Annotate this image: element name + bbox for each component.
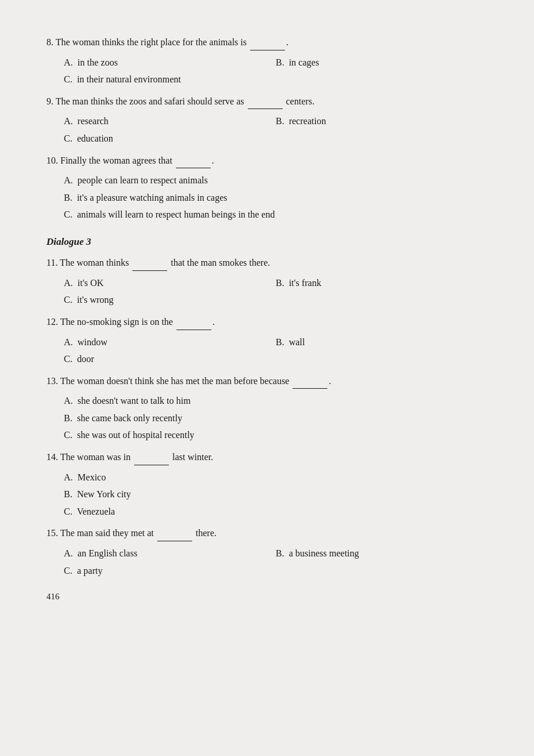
question-12-options: A. window B. wall C. door (64, 334, 488, 368)
option-10a: A. people can learn to respect animals (64, 172, 488, 189)
question-15-options: A. an English class B. a business meetin… (64, 545, 488, 579)
option-13b: B. she came back only recently (64, 410, 488, 427)
question-11: 11. The woman thinks that the man smokes… (46, 255, 488, 309)
question-11-text: 11. The woman thinks that the man smokes… (46, 255, 488, 271)
blank-9 (248, 94, 283, 110)
option-9c: C. education (64, 130, 488, 147)
option-15b: B. a business meeting (276, 545, 488, 562)
blank-14 (134, 450, 169, 465)
option-8c: C. in their natural environment (64, 71, 488, 88)
option-12a: A. window (64, 334, 276, 351)
option-12c: C. door (64, 350, 488, 368)
option-8a: A. in the zoos (64, 54, 276, 71)
question-9: 9. The man thinks the zoos and safari sh… (46, 94, 488, 147)
page-number: 416 (46, 589, 488, 603)
question-13: 13. The woman doesn't think she has met … (46, 374, 488, 444)
blank-11 (132, 255, 167, 271)
question-15: 15. The man said they met at there. A. a… (46, 526, 488, 579)
option-15c: C. a party (64, 562, 488, 580)
question-8-text: 8. The woman thinks the right place for … (46, 35, 488, 50)
dialogue-3-header: Dialogue 3 (46, 234, 488, 249)
question-10: 10. Finally the woman agrees that . A. p… (46, 153, 488, 223)
option-11b: B. it's frank (276, 274, 488, 292)
question-10-options: A. people can learn to respect animals B… (64, 172, 488, 223)
question-14-options: A. Mexico B. New York city C. Venezuela (64, 469, 488, 520)
option-14b: B. New York city (64, 486, 488, 503)
option-11c: C. it's wrong (64, 291, 488, 309)
question-15-text: 15. The man said they met at there. (46, 526, 488, 541)
option-11a: A. it's OK (64, 274, 276, 292)
blank-12 (176, 314, 211, 330)
blank-13 (293, 374, 327, 389)
blank-15 (157, 526, 192, 541)
option-15a: A. an English class (64, 545, 276, 562)
option-13c: C. she was out of hospital recently (64, 426, 488, 444)
blank-8 (250, 35, 285, 50)
option-9b: B. recreation (276, 113, 488, 130)
question-8-options: A. in the zoos B. in cages C. in their n… (64, 54, 488, 88)
option-10c: C. animals will learn to respect human b… (64, 206, 488, 223)
question-13-text: 13. The woman doesn't think she has met … (46, 374, 488, 389)
option-14c: C. Venezuela (64, 503, 488, 520)
blank-10 (176, 153, 211, 169)
option-13a: A. she doesn't want to talk to him (64, 392, 488, 410)
question-11-options: A. it's OK B. it's frank C. it's wrong (64, 274, 488, 309)
option-8b: B. in cages (276, 54, 488, 71)
question-9-text: 9. The man thinks the zoos and safari sh… (46, 94, 488, 110)
question-12: 12. The no-smoking sign is on the . A. w… (46, 314, 488, 368)
option-12b: B. wall (276, 334, 488, 351)
question-14: 14. The woman was in last winter. A. Mex… (46, 450, 488, 520)
option-14a: A. Mexico (64, 469, 488, 486)
question-9-options: A. research B. recreation C. education (64, 113, 488, 147)
question-13-options: A. she doesn't want to talk to him B. sh… (64, 392, 488, 444)
option-10b: B. it's a pleasure watching animals in c… (64, 189, 488, 207)
question-12-text: 12. The no-smoking sign is on the . (46, 314, 488, 330)
question-8: 8. The woman thinks the right place for … (46, 35, 488, 88)
question-14-text: 14. The woman was in last winter. (46, 450, 488, 465)
question-10-text: 10. Finally the woman agrees that . (46, 153, 488, 169)
option-9a: A. research (64, 113, 276, 130)
